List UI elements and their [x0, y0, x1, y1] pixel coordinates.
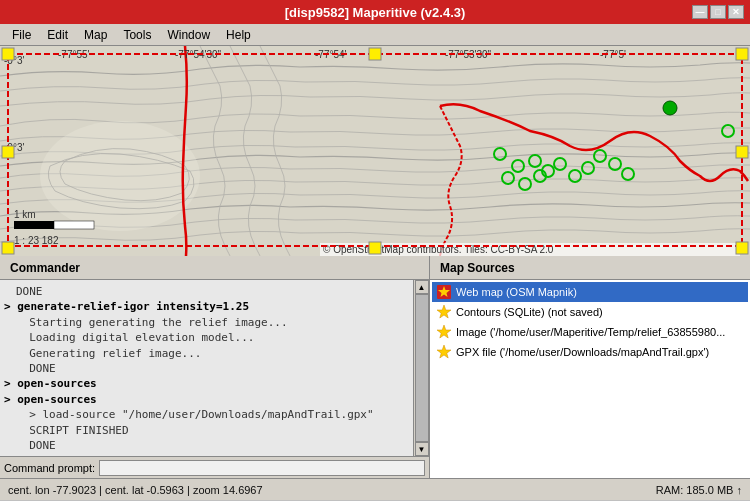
- svg-point-15: [663, 101, 677, 115]
- menu-bar: File Edit Map Tools Window Help: [0, 24, 750, 46]
- commander-scrollbar[interactable]: ▲ ▼: [413, 280, 429, 456]
- commander-prompt-label: Command prompt:: [4, 462, 95, 474]
- output-line: Loading digital elevation model...: [4, 330, 409, 345]
- scroll-up-button[interactable]: ▲: [415, 280, 429, 294]
- source-item-label-3: Image ('/home/user/Maperitive/Temp/relie…: [456, 326, 725, 338]
- map-source-item-1[interactable]: Web map (OSM Mapnik): [432, 282, 748, 302]
- menu-tools[interactable]: Tools: [115, 26, 159, 44]
- output-line: > generate-relief-igor intensity=1.25: [4, 299, 409, 314]
- map-source-item-3[interactable]: Image ('/home/user/Maperitive/Temp/relie…: [432, 322, 748, 342]
- svg-rect-38: [736, 146, 748, 158]
- status-center-coords: cent. lon -77.9023 | cent. lat -0.5963 |…: [8, 484, 263, 496]
- minimize-button[interactable]: —: [692, 5, 708, 19]
- bottom-panel: Commander DONE > generate-relief-igor in…: [0, 256, 750, 478]
- svg-rect-36: [369, 48, 381, 60]
- svg-rect-35: [2, 146, 14, 158]
- menu-edit[interactable]: Edit: [39, 26, 76, 44]
- svg-marker-42: [437, 325, 451, 338]
- svg-rect-24: [14, 221, 54, 229]
- map-sources-tab-label: Map Sources: [440, 261, 515, 275]
- output-line: > open-sources: [4, 376, 409, 391]
- svg-rect-25: [54, 221, 94, 229]
- svg-marker-43: [437, 345, 451, 358]
- map-source-item-4[interactable]: GPX file ('/home/user/Downloads/mapAndTr…: [432, 342, 748, 362]
- scroll-down-button[interactable]: ▼: [415, 442, 429, 456]
- menu-map[interactable]: Map: [76, 26, 115, 44]
- svg-rect-37: [369, 242, 381, 254]
- map-canvas: -0°3' -77°55' -77°54'30" -77°54' -77°53'…: [0, 46, 750, 256]
- command-prompt-input[interactable]: [99, 460, 425, 476]
- commander-output: DONE > generate-relief-igor intensity=1.…: [0, 280, 413, 456]
- commander-prompt-row: Command prompt:: [0, 456, 429, 478]
- source-item-label-4: GPX file ('/home/user/Downloads/mapAndTr…: [456, 346, 709, 358]
- svg-rect-34: [736, 242, 748, 254]
- svg-point-1: [40, 121, 200, 231]
- output-line: SCRIPT FINISHED: [4, 423, 409, 438]
- map-area[interactable]: -0°3' -77°55' -77°54'30" -77°54' -77°53'…: [0, 46, 750, 256]
- output-line: > load-source "/home/user/Downloads/mapA…: [4, 407, 409, 422]
- commander-tab-label: Commander: [10, 261, 80, 275]
- star-icon-2: [436, 304, 452, 320]
- map-sources-panel: Map Sources Web map (OSM Mapnik) Contour…: [430, 256, 750, 478]
- commander-panel: Commander DONE > generate-relief-igor in…: [0, 256, 430, 478]
- svg-text:1 : 23 182: 1 : 23 182: [14, 235, 59, 246]
- output-line: DONE: [4, 438, 409, 453]
- source-item-label-1: Web map (OSM Mapnik): [456, 286, 577, 298]
- star-icon: [436, 284, 452, 300]
- title-bar: [disp9582] Maperitive (v2.4.3) — □ ✕: [0, 0, 750, 24]
- output-line: > open-sources: [4, 392, 409, 407]
- window-title: [disp9582] Maperitive (v2.4.3): [285, 5, 466, 20]
- source-item-label-2: Contours (SQLite) (not saved): [456, 306, 603, 318]
- map-source-item-2[interactable]: Contours (SQLite) (not saved): [432, 302, 748, 322]
- output-line: Starting generating the relief image...: [4, 315, 409, 330]
- close-button[interactable]: ✕: [728, 5, 744, 19]
- commander-tab[interactable]: Commander: [0, 256, 429, 280]
- svg-rect-32: [736, 48, 748, 60]
- window-controls: — □ ✕: [692, 5, 744, 19]
- star-icon-4: [436, 344, 452, 360]
- svg-rect-33: [2, 242, 14, 254]
- menu-file[interactable]: File: [4, 26, 39, 44]
- status-ram: RAM: 185.0 MB ↑: [656, 484, 742, 496]
- svg-rect-31: [2, 48, 14, 60]
- output-line: DONE: [4, 361, 409, 376]
- output-line: DONE: [4, 284, 409, 299]
- status-bar: cent. lon -77.9023 | cent. lat -0.5963 |…: [0, 478, 750, 500]
- scroll-track[interactable]: [415, 294, 429, 442]
- maximize-button[interactable]: □: [710, 5, 726, 19]
- map-sources-tab[interactable]: Map Sources: [430, 256, 750, 280]
- menu-window[interactable]: Window: [159, 26, 218, 44]
- menu-help[interactable]: Help: [218, 26, 259, 44]
- map-sources-list: Web map (OSM Mapnik) Contours (SQLite) (…: [430, 280, 750, 478]
- output-line: Generating relief image...: [4, 346, 409, 361]
- svg-marker-41: [437, 305, 451, 318]
- star-icon-3: [436, 324, 452, 340]
- svg-text:1 km: 1 km: [14, 209, 36, 220]
